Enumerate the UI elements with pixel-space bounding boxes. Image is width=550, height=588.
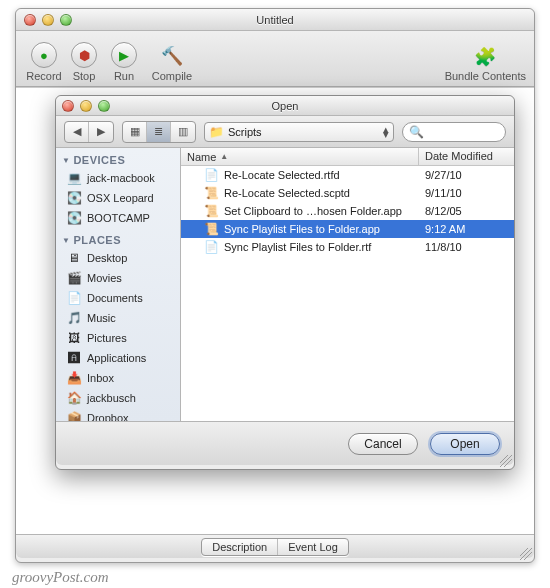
compile-button[interactable]: 🔨 Compile	[144, 42, 200, 82]
sidebar: ▼DEVICES 💻jack-macbook💽OSX Leopard💽BOOTC…	[56, 148, 181, 421]
place-icon: 🅰	[66, 350, 82, 366]
place-icon: 🏠	[66, 390, 82, 406]
tab-event-log[interactable]: Event Log	[278, 539, 348, 555]
file-name: Re-Locate Selected.scptd	[224, 187, 350, 199]
open-button[interactable]: Open	[430, 433, 500, 455]
tab-description[interactable]: Description	[202, 539, 278, 555]
file-date: 9/11/10	[419, 187, 514, 199]
bundle-contents-button[interactable]: 🧩 Bundle Contents	[445, 44, 526, 82]
list-icon: ≣	[154, 125, 163, 138]
back-button[interactable]: ◀	[65, 122, 89, 142]
zoom-icon[interactable]	[98, 100, 110, 112]
sidebar-item-label: Desktop	[87, 252, 127, 264]
close-icon[interactable]	[62, 100, 74, 112]
sidebar-item-device[interactable]: 💽OSX Leopard	[56, 188, 180, 208]
file-date: 9/27/10	[419, 169, 514, 181]
cancel-button[interactable]: Cancel	[348, 433, 418, 455]
sidebar-item-label: jackbusch	[87, 392, 136, 404]
device-icon: 💽	[66, 190, 82, 206]
stop-icon: ⬢	[71, 42, 97, 68]
icon-view-button[interactable]: ▦	[123, 122, 147, 142]
sidebar-item-place[interactable]: 📦Dropbox	[56, 408, 180, 421]
place-icon: 🖥	[66, 250, 82, 266]
bundle-icon: 🧩	[469, 44, 501, 70]
dialog-toolbar: ◀ ▶ ▦ ≣ ▥ 📁 Scripts ▴▾ 🔍	[56, 116, 514, 148]
minimize-icon[interactable]	[80, 100, 92, 112]
list-view-button[interactable]: ≣	[147, 122, 171, 142]
sidebar-item-place[interactable]: 🅰Applications	[56, 348, 180, 368]
device-icon: 💽	[66, 210, 82, 226]
file-list-pane: Name ▲ Date Modified 📄Re-Locate Selected…	[181, 148, 514, 421]
sidebar-item-place[interactable]: 🖼Pictures	[56, 328, 180, 348]
file-row[interactable]: 📄Re-Locate Selected.rtfd9/27/10	[181, 166, 514, 184]
sidebar-header-places: ▼PLACES	[56, 228, 180, 248]
main-toolbar: ● Record ⬢ Stop ▶ Run 🔨 Compile 🧩 Bundle…	[16, 31, 534, 87]
file-icon: 📄	[203, 167, 219, 183]
dialog-titlebar: Open	[56, 96, 514, 116]
place-icon: 🎬	[66, 270, 82, 286]
minimize-icon[interactable]	[42, 14, 54, 26]
place-icon: 📥	[66, 370, 82, 386]
hammer-icon: 🔨	[153, 42, 191, 70]
col-name[interactable]: Name ▲	[181, 148, 419, 165]
main-title: Untitled	[256, 14, 293, 26]
search-field[interactable]: 🔍	[402, 122, 506, 142]
file-date: 8/12/05	[419, 205, 514, 217]
column-view-button[interactable]: ▥	[171, 122, 195, 142]
sidebar-item-label: Music	[87, 312, 116, 324]
dialog-body: ▼DEVICES 💻jack-macbook💽OSX Leopard💽BOOTC…	[56, 148, 514, 421]
sidebar-item-label: Movies	[87, 272, 122, 284]
path-selector[interactable]: 📁 Scripts ▴▾	[204, 122, 394, 142]
place-icon: 🎵	[66, 310, 82, 326]
nav-buttons: ◀ ▶	[64, 121, 114, 143]
sidebar-item-label: Documents	[87, 292, 143, 304]
sidebar-item-place[interactable]: 📥Inbox	[56, 368, 180, 388]
view-mode-buttons: ▦ ≣ ▥	[122, 121, 196, 143]
file-icon: 📜	[203, 203, 219, 219]
play-icon: ▶	[111, 42, 137, 68]
col-date[interactable]: Date Modified	[419, 148, 514, 165]
disclosure-triangle-icon[interactable]: ▼	[62, 156, 70, 165]
place-icon: 📄	[66, 290, 82, 306]
watermark: groovyPost.com	[12, 569, 109, 586]
disclosure-triangle-icon[interactable]: ▼	[62, 236, 70, 245]
file-row[interactable]: 📜Set Clipboard to …hosen Folder.app8/12/…	[181, 202, 514, 220]
place-icon: 🖼	[66, 330, 82, 346]
main-titlebar: Untitled	[16, 9, 534, 31]
sidebar-item-place[interactable]: 🏠jackbusch	[56, 388, 180, 408]
sidebar-item-place[interactable]: 🎬Movies	[56, 268, 180, 288]
bottom-bar: Description Event Log	[16, 534, 534, 558]
record-button[interactable]: ● Record	[24, 42, 64, 82]
chevron-updown-icon: ▴▾	[383, 127, 389, 137]
sidebar-item-place[interactable]: 🎵Music	[56, 308, 180, 328]
file-row[interactable]: 📜Re-Locate Selected.scptd9/11/10	[181, 184, 514, 202]
sort-asc-icon: ▲	[220, 152, 228, 161]
sidebar-item-label: BOOTCAMP	[87, 212, 150, 224]
stop-button[interactable]: ⬢ Stop	[64, 42, 104, 82]
window-controls	[24, 14, 72, 26]
run-button[interactable]: ▶ Run	[104, 42, 144, 82]
record-icon: ●	[31, 42, 57, 68]
file-date: 11/8/10	[419, 241, 514, 253]
search-input[interactable]	[427, 126, 499, 138]
sidebar-item-device[interactable]: 💻jack-macbook	[56, 168, 180, 188]
close-icon[interactable]	[24, 14, 36, 26]
sidebar-item-label: Dropbox	[87, 412, 129, 421]
sidebar-item-place[interactable]: 🖥Desktop	[56, 248, 180, 268]
sidebar-item-place[interactable]: 📄Documents	[56, 288, 180, 308]
sidebar-item-label: Pictures	[87, 332, 127, 344]
file-name: Set Clipboard to …hosen Folder.app	[224, 205, 402, 217]
resize-handle-icon[interactable]	[520, 548, 532, 560]
file-rows: 📄Re-Locate Selected.rtfd9/27/10📜Re-Locat…	[181, 166, 514, 421]
zoom-icon[interactable]	[60, 14, 72, 26]
sidebar-item-device[interactable]: 💽BOOTCAMP	[56, 208, 180, 228]
search-icon: 🔍	[409, 125, 424, 139]
chevron-left-icon: ◀	[73, 125, 81, 138]
file-row[interactable]: 📜Sync Playlist Files to Folder.app9:12 A…	[181, 220, 514, 238]
resize-handle-icon[interactable]	[500, 455, 512, 467]
dialog-window-controls	[62, 100, 110, 112]
open-dialog: Open ◀ ▶ ▦ ≣ ▥ 📁 Scripts ▴▾ 🔍 ▼DEVICES 💻…	[55, 95, 515, 470]
file-row[interactable]: 📄Sync Playlist Files to Folder.rtf11/8/1…	[181, 238, 514, 256]
forward-button[interactable]: ▶	[89, 122, 113, 142]
sidebar-item-label: OSX Leopard	[87, 192, 154, 204]
